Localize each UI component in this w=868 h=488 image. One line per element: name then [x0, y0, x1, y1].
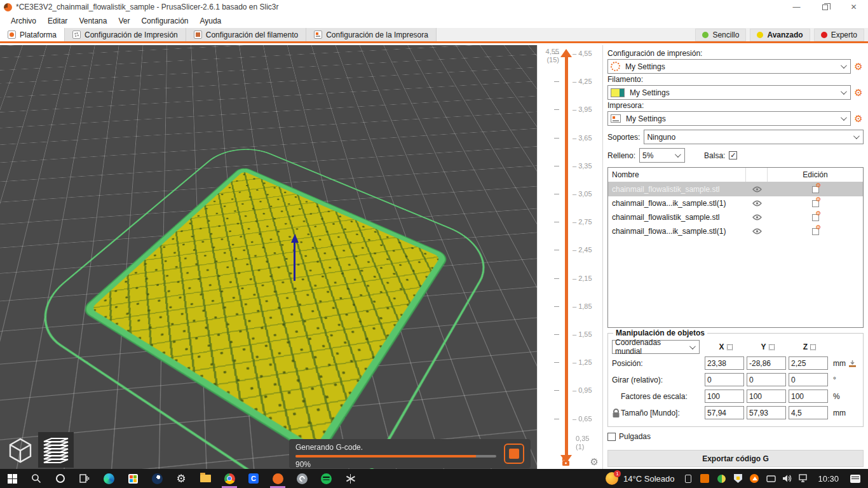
print-settings-edit-gear[interactable]: ⚙	[853, 61, 864, 72]
column-edicion[interactable]: Edición	[768, 170, 863, 179]
coordinates-combo[interactable]: Coordenadas mundial	[612, 340, 700, 354]
store-button[interactable]	[121, 469, 145, 488]
whatsapp-button[interactable]	[290, 469, 314, 488]
avast-tray-icon[interactable]	[747, 469, 762, 488]
size-x-input[interactable]: 57,94	[705, 406, 744, 419]
printer-icon	[314, 30, 322, 39]
export-gcode-button[interactable]: Exportar código G	[607, 450, 864, 467]
scale-z-input[interactable]: 100	[789, 390, 828, 403]
prusaslicer-taskbar-button[interactable]	[266, 469, 290, 488]
file-explorer-button[interactable]	[193, 469, 217, 488]
restore-button[interactable]	[811, 0, 839, 14]
rotate-x-input[interactable]: 0	[705, 373, 744, 386]
tab-printer-settings[interactable]: Configuración de la Impresora	[306, 28, 437, 41]
start-button[interactable]	[0, 469, 24, 488]
uniform-scale-lock-icon[interactable]	[612, 409, 620, 418]
infill-combo[interactable]: 5%	[639, 148, 685, 163]
steam-button[interactable]	[145, 469, 169, 488]
menu-ayuda[interactable]: Ayuda	[194, 15, 227, 27]
edit-settings-icon[interactable]	[812, 228, 819, 235]
mode-experto[interactable]: Experto	[814, 29, 864, 41]
tab-filament-settings[interactable]: Configuración del filamento	[186, 28, 306, 41]
filament-label: Filamento:	[607, 75, 864, 84]
taskbar-clock[interactable]: 10:30	[813, 474, 844, 484]
slider-settings-gear-icon[interactable]: ⚙	[590, 456, 599, 468]
scale-x-input[interactable]: 100	[705, 390, 744, 403]
menu-ventana[interactable]: Ventana	[73, 15, 112, 27]
cortana-button[interactable]	[48, 469, 72, 488]
taskbar-search-button[interactable]	[24, 469, 48, 488]
eye-icon[interactable]	[746, 200, 768, 207]
menu-editar[interactable]: Editar	[42, 15, 73, 27]
tab-print-settings[interactable]: Configuración de Impresión	[65, 28, 186, 41]
eye-icon[interactable]	[746, 186, 768, 193]
chrome-button[interactable]	[217, 469, 241, 488]
edit-settings-icon[interactable]	[812, 186, 819, 193]
chevron-down-icon	[841, 88, 847, 95]
weather-widget[interactable]: 1 14°C Soleado	[600, 472, 679, 485]
whatsapp-icon	[297, 473, 308, 484]
3d-viewport[interactable]: Generando G-code. 90%	[0, 45, 537, 469]
close-button[interactable]: ✕	[839, 0, 868, 14]
spotify-button[interactable]	[314, 469, 338, 488]
settings-button[interactable]: ⚙	[169, 469, 193, 488]
rotate-y-input[interactable]: 0	[747, 373, 786, 386]
printer-edit-gear[interactable]: ⚙	[853, 113, 864, 125]
menu-archivo[interactable]: Archivo	[5, 15, 42, 27]
layers-view-button[interactable]	[38, 432, 74, 468]
minimize-button[interactable]: —	[782, 0, 811, 14]
3d-view-button[interactable]	[3, 432, 38, 468]
edit-settings-icon[interactable]	[812, 200, 819, 207]
eye-icon[interactable]	[746, 214, 768, 220]
object-row[interactable]: chainmail_flowa...ik_sample.stl(1)	[608, 224, 863, 238]
windows-taskbar: ⚙ C 1 14°C Soleado	[0, 469, 868, 488]
supports-combo[interactable]: Ninguno	[644, 130, 864, 144]
inches-checkbox[interactable]	[607, 433, 616, 441]
eye-icon[interactable]	[746, 228, 768, 234]
filament-combo[interactable]: My Settings	[607, 85, 851, 100]
position-z-input[interactable]: 2,25	[789, 356, 828, 370]
mode-sencillo[interactable]: Sencillo	[695, 29, 746, 41]
chevron-down-icon	[675, 151, 681, 158]
sync-tray-icon[interactable]	[763, 469, 778, 488]
printer-combo[interactable]: My Settings	[607, 111, 851, 126]
layer-tick: – 4,25	[538, 78, 603, 85]
object-row[interactable]: chainmail_flowa...ik_sample.stl(1)	[608, 196, 863, 210]
size-z-input[interactable]: 4,5	[789, 406, 828, 419]
filament-edit-gear[interactable]: ⚙	[853, 87, 864, 98]
antivirus-tray-icon[interactable]	[714, 469, 729, 488]
usb-tray-icon[interactable]	[681, 469, 696, 488]
tab-plataforma[interactable]: Plataforma	[0, 28, 65, 41]
size-row: Tamaño [Mundo]: 57,94 57,93 4,5 mm	[612, 406, 859, 419]
drop-to-bed-icon[interactable]	[848, 360, 857, 367]
object-row[interactable]: chainmail_flowalistik_sample.stl	[608, 182, 863, 196]
object-list: Nombre Edición chainmail_flowalistik_sam…	[607, 167, 864, 328]
task-view-button[interactable]	[72, 469, 97, 488]
menu-configuracion[interactable]: Configuración	[135, 15, 194, 27]
scale-y-input[interactable]: 100	[747, 390, 786, 403]
snowflake-app-button[interactable]	[338, 469, 362, 488]
edge-button[interactable]	[97, 469, 121, 488]
position-x-input[interactable]: 23,38	[705, 356, 744, 370]
edit-settings-icon[interactable]	[812, 214, 819, 221]
cancel-slicing-button[interactable]	[504, 444, 524, 464]
column-nombre[interactable]: Nombre	[608, 168, 746, 182]
java-tray-icon[interactable]	[697, 469, 712, 488]
menu-ver[interactable]: Ver	[112, 15, 135, 27]
print-settings-combo[interactable]: My Settings	[607, 59, 851, 74]
object-row[interactable]: chainmail_flowalistik_sample.stl	[608, 210, 863, 224]
volume-tray-icon[interactable]	[780, 469, 795, 488]
mode-avanzado[interactable]: Avanzado	[750, 29, 810, 41]
raft-checkbox[interactable]: ✓	[729, 151, 737, 159]
rotate-z-input[interactable]: 0	[789, 373, 828, 386]
position-y-input[interactable]: -28,86	[747, 356, 786, 370]
c-app-button[interactable]: C	[241, 469, 266, 488]
slider-lock-icon[interactable]	[561, 456, 571, 466]
network-tray-icon[interactable]	[796, 469, 811, 488]
layer-slider: 4,55 (15) – 4,55– 4,25– 3,95– 3,65– 3,35…	[537, 45, 602, 469]
model-chainmail[interactable]	[81, 166, 448, 456]
size-y-input[interactable]: 57,93	[747, 406, 786, 419]
action-center-icon[interactable]	[850, 475, 860, 483]
defender-tray-icon[interactable]	[730, 469, 745, 488]
slider-bar[interactable]	[565, 57, 568, 455]
